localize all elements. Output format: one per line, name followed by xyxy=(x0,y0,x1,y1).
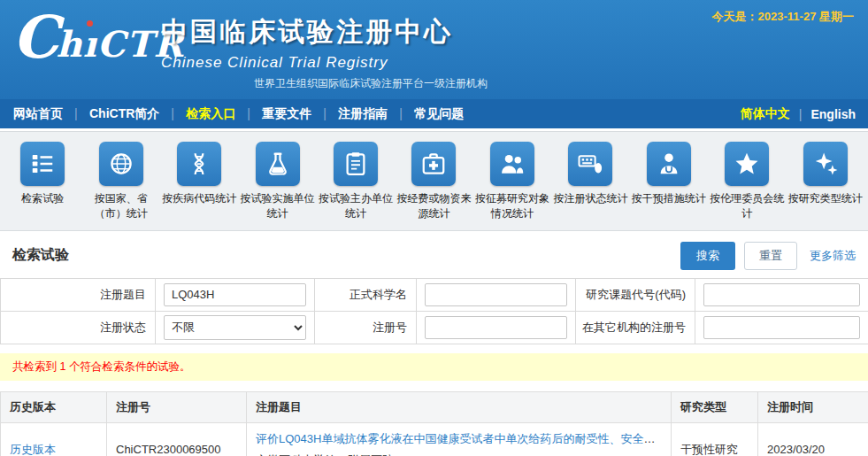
toolbar-item-label: 按研究类型统计 xyxy=(788,191,863,206)
lang-separator: | xyxy=(799,107,803,121)
today-date: 今天是：2023-11-27 星期一 xyxy=(712,9,854,25)
other-reg-number-label: 在其它机构的注册号 xyxy=(576,311,695,344)
study-code-input[interactable] xyxy=(703,283,860,306)
scientific-name-input[interactable] xyxy=(425,283,567,306)
dna-icon xyxy=(186,151,212,177)
col-registration-number: 注册号 xyxy=(107,391,247,422)
history-version-link[interactable]: 历史版本 xyxy=(10,443,56,456)
registration-number-cell: ChiCTR2300069500 xyxy=(107,422,247,456)
col-registration-date: 注册时间 xyxy=(758,391,868,422)
site-title-chinese: 中国临床试验注册中心 xyxy=(161,14,453,50)
more-filters-link[interactable]: 更多筛选 xyxy=(810,248,856,264)
nav-item-home[interactable]: 网站首页 xyxy=(0,106,76,122)
nav-item-about[interactable]: ChiCTR简介 xyxy=(76,106,173,122)
registration-date-cell: 2023/03/20 xyxy=(758,422,868,456)
search-button[interactable]: 搜索 xyxy=(680,242,735,270)
reg-status-label: 注册状态 xyxy=(1,311,156,344)
toolbar-item-stats-by-sponsor-unit[interactable]: 按试验主办单位统计 xyxy=(317,142,395,222)
sparkles-icon xyxy=(812,151,839,177)
tile xyxy=(490,142,534,186)
toolbar-item-stats-by-disease-code[interactable]: 按疾病代码统计 xyxy=(160,142,238,222)
list-123-icon xyxy=(29,151,56,177)
reset-button[interactable]: 重置 xyxy=(744,242,797,270)
logo-letter-c: C xyxy=(12,12,59,62)
toolbar-item-stats-by-region[interactable]: 按国家、省（市）统计 xyxy=(81,142,159,222)
reg-number-input[interactable] xyxy=(425,316,567,339)
first-aid-kit-icon xyxy=(420,151,447,177)
tile xyxy=(177,142,221,186)
language-switcher: 简体中文 | English xyxy=(741,106,868,122)
flask-icon xyxy=(265,151,291,177)
toolbar-item-stats-by-implementing-unit[interactable]: 按试验实施单位统计 xyxy=(238,142,316,222)
search-actions: 搜索 重置 更多筛选 xyxy=(680,242,856,270)
toolbar-item-label: 按伦理委员会统计 xyxy=(710,191,784,222)
other-reg-number-input[interactable] xyxy=(703,316,860,339)
doctor-icon xyxy=(656,151,682,177)
tile xyxy=(803,142,848,186)
scientific-name-label: 正式科学名 xyxy=(315,278,417,311)
toolbar-item-label: 按疾病代码统计 xyxy=(162,191,236,206)
search-form: 注册题目 正式科学名 研究课题代号(代码) 注册状态 不限 注册号 在其它机构的… xyxy=(0,278,868,344)
toolbar-item-search-trials[interactable]: 检索试验 xyxy=(4,142,81,222)
chictr-logo[interactable]: ChıCTR xyxy=(12,12,184,62)
registration-title-cell: 评价LQ043H单域抗体雾化液在中国健康受试者中单次给药后的耐受性、安全性、..… xyxy=(247,422,672,456)
toolbar-item-label: 检索试验 xyxy=(5,191,80,206)
main-nav: 网站首页 ChiCTR简介 检索入口 重要文件 注册指南 常见问题 简体中文 |… xyxy=(0,99,868,128)
tile xyxy=(725,142,769,186)
tile xyxy=(256,142,300,186)
lang-english[interactable]: English xyxy=(810,107,856,121)
reg-number-label: 注册号 xyxy=(315,311,417,344)
toolbar-item-stats-by-ethics-committee[interactable]: 按伦理委员会统计 xyxy=(708,142,786,222)
search-section-header: 检索试验 搜索 重置 更多筛选 xyxy=(0,231,868,278)
statistics-toolbar: 检索试验 按国家、省（市）统计 按疾病代码统计 xyxy=(0,131,868,231)
star-icon xyxy=(734,151,760,177)
world-map-icon xyxy=(108,151,134,177)
site-title-english: Chinese Clinical Trial Registry xyxy=(161,54,453,72)
toolbar-item-stats-by-study-type[interactable]: 按研究类型统计 xyxy=(787,142,864,222)
toolbar-item-stats-by-funding-source[interactable]: 按经费或物资来源统计 xyxy=(395,142,472,222)
study-code-label: 研究课题代号(代码) xyxy=(576,278,695,311)
toolbar-item-stats-by-registration-status[interactable]: 按注册状态统计 xyxy=(551,142,629,222)
col-registration-title: 注册题目 xyxy=(247,391,672,422)
nav-item-search-entry[interactable]: 检索入口 xyxy=(173,106,249,122)
toolbar-item-label: 按干预措施统计 xyxy=(632,191,706,206)
people-icon xyxy=(499,151,526,177)
toolbar-item-label: 按国家、省（市）统计 xyxy=(84,191,158,222)
search-section-title: 检索试验 xyxy=(12,246,69,265)
results-table: 历史版本 注册号 注册题目 研究类型 注册时间 历史版本 ChiCTR23000… xyxy=(0,391,868,456)
tile xyxy=(20,142,65,186)
study-type-cell: 干预性研究 xyxy=(672,422,758,456)
who-registry-line: 世界卫生组织国际临床试验注册平台一级注册机构 xyxy=(254,76,488,91)
nav-item-important-documents[interactable]: 重要文件 xyxy=(249,106,325,122)
toolbar-item-label: 按征募研究对象情况统计 xyxy=(475,191,549,222)
table-row: 历史版本 ChiCTR2300069500 评价LQ043H单域抗体雾化液在中国… xyxy=(1,422,868,456)
reg-title-input[interactable] xyxy=(164,283,306,306)
toolbar-item-label: 按试验实施单位统计 xyxy=(241,191,315,222)
reg-title-label: 注册题目 xyxy=(1,278,156,311)
reg-status-select[interactable]: 不限 xyxy=(164,315,306,340)
toolbar-item-label: 按注册状态统计 xyxy=(553,191,627,206)
tile xyxy=(568,142,612,186)
col-history-version: 历史版本 xyxy=(1,391,107,422)
tile xyxy=(334,142,378,186)
results-header-row: 历史版本 注册号 注册题目 研究类型 注册时间 xyxy=(1,391,868,422)
site-titles: 中国临床试验注册中心 Chinese Clinical Trial Regist… xyxy=(161,14,453,72)
trial-organization: 安徽医科大学第二附属医院 xyxy=(256,452,662,456)
toolbar-item-stats-by-recruitment[interactable]: 按征募研究对象情况统计 xyxy=(473,142,551,222)
site-header: ChıCTR 中国临床试验注册中心 Chinese Clinical Trial… xyxy=(0,0,868,99)
toolbar-item-label: 按试验主办单位统计 xyxy=(319,191,393,222)
nav-item-faq[interactable]: 常见问题 xyxy=(401,106,477,122)
clipboard-icon xyxy=(342,151,369,177)
keyboard-mouse-icon xyxy=(577,151,603,177)
result-count-message: 共检索到 1 个符合检索条件的试验。 xyxy=(0,353,868,381)
col-study-type: 研究类型 xyxy=(672,391,758,422)
tile xyxy=(99,142,143,186)
trial-title-link[interactable]: 评价LQ043H单域抗体雾化液在中国健康受试者中单次给药后的耐受性、安全性、..… xyxy=(256,432,662,445)
tile xyxy=(647,142,691,186)
nav-item-registration-guide[interactable]: 注册指南 xyxy=(325,106,401,122)
toolbar-item-stats-by-intervention[interactable]: 按干预措施统计 xyxy=(630,142,708,222)
toolbar-item-label: 按经费或物资来源统计 xyxy=(396,191,471,222)
tile xyxy=(411,142,456,186)
lang-simplified-chinese[interactable]: 简体中文 xyxy=(741,106,790,122)
